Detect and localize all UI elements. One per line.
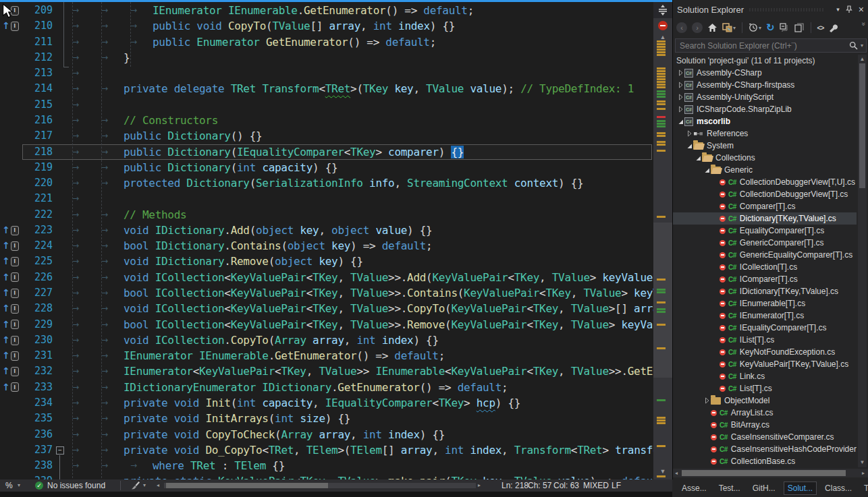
panel-tab-test[interactable]: Test...: [715, 481, 744, 495]
tree-item-references[interactable]: References: [673, 127, 857, 140]
panel-tab-tea[interactable]: Tea...: [860, 481, 868, 495]
tree-item-caseinsensitivehashcodeprovider-cs[interactable]: C#CaseInsensitiveHashCodeProvider.cs: [673, 443, 857, 455]
tree-item-genericequalitycomparer-t-cs[interactable]: C#GenericEqualityComparer[T].cs: [673, 249, 857, 261]
code-line-213[interactable]: 213→: [0, 65, 653, 81]
home-icon[interactable]: [707, 22, 717, 34]
tree-item-comparer-t-cs[interactable]: C#Comparer[T].cs: [673, 200, 857, 212]
panel-tab-class[interactable]: Class...: [821, 481, 856, 495]
implements-margin-icon[interactable]: ↑I: [2, 254, 19, 269]
editor-horizontal-scrollbar[interactable]: [164, 483, 476, 488]
broom-caret-icon[interactable]: ▾: [143, 479, 146, 492]
expander-closed-icon[interactable]: [703, 397, 711, 404]
line-ending-indicator[interactable]: LF: [612, 479, 621, 492]
solution-root-node[interactable]: Solution 'project-gui' (11 of 11 project…: [673, 55, 857, 67]
implements-margin-icon[interactable]: ↑I: [2, 301, 19, 316]
hscroll-thumb[interactable]: [166, 483, 328, 488]
scroll-down-arrow[interactable]: ▼: [653, 468, 672, 475]
char-position[interactable]: Ch: 57: [528, 479, 551, 492]
fold-collapse-button[interactable]: −: [56, 446, 64, 455]
search-options-caret-icon[interactable]: ▾: [861, 42, 863, 49]
tree-item-keynotfoundexception-cs[interactable]: C#KeyNotFoundException.cs: [673, 346, 857, 358]
code-line-229[interactable]: ↑I229→→bool ICollection<KeyValuePair<TKe…: [0, 317, 653, 332]
implements-margin-icon[interactable]: ↑I: [2, 270, 19, 285]
expander-closed-icon[interactable]: [685, 130, 693, 137]
search-box[interactable]: ▾: [675, 38, 867, 53]
expander-closed-icon[interactable]: [676, 69, 684, 76]
tree-item-system[interactable]: System: [673, 140, 857, 152]
tree-horizontal-scrollbar[interactable]: ◂ ▸: [673, 469, 868, 477]
expander-open-icon[interactable]: [685, 143, 693, 149]
search-input[interactable]: [676, 41, 849, 51]
expander-closed-icon[interactable]: [676, 82, 684, 88]
tree-item-icsharpcode-sharpziplib[interactable]: C#ICSharpCode.SharpZipLib: [673, 103, 857, 115]
expander-open-icon[interactable]: [694, 155, 702, 161]
tree-item-iequalitycomparer-t-cs[interactable]: C#IEqualityComparer[T].cs: [673, 322, 857, 334]
code-line-225[interactable]: ↑I225→→void IDictionary.Remove(object ke…: [0, 254, 653, 269]
code-line-234[interactable]: 234→→private void Init(int capacity, IEq…: [0, 395, 653, 411]
tree-item-ilist-t-cs[interactable]: C#IList[T].cs: [673, 334, 857, 346]
collapse-all-button[interactable]: [780, 22, 790, 34]
code-line-238[interactable]: 238→→→where TRet : TElem {}: [0, 458, 653, 473]
tree-item-icollection-t-cs[interactable]: C#ICollection[T].cs: [673, 261, 857, 273]
line-position[interactable]: Ln: 218: [501, 479, 528, 492]
tree-item-collectiondebuggerview-t-u-cs[interactable]: C#CollectionDebuggerView[T,U].cs: [673, 176, 857, 188]
tree-item-mscorlib[interactable]: C#mscorlib: [673, 115, 857, 127]
code-line-220[interactable]: 220→→protected Dictionary(SerializationI…: [0, 175, 653, 191]
tree-item-arraylist-cs[interactable]: C#ArrayList.cs: [673, 407, 857, 419]
scroll-down-arrow[interactable]: ▼: [858, 459, 867, 465]
implements-margin-icon[interactable]: ↑I: [2, 348, 19, 363]
column-position[interactable]: Col: 63: [553, 479, 579, 492]
code-line-233[interactable]: ↑I233→→IDictionaryEnumerator IDictionary…: [0, 380, 653, 395]
show-all-files-button[interactable]: [794, 22, 805, 34]
scroll-up-arrow[interactable]: ▲: [653, 34, 672, 40]
implements-margin-icon[interactable]: ↑I: [2, 332, 19, 348]
tree-item-generic[interactable]: Generic: [673, 164, 857, 176]
view-code-button[interactable]: <>: [817, 22, 824, 34]
refresh-icon[interactable]: ↻: [766, 22, 775, 34]
tree-item-link-cs[interactable]: C#Link.cs: [673, 370, 857, 382]
panel-tab-solut[interactable]: Solut...: [784, 481, 817, 495]
code-line-230[interactable]: ↑I230→→void ICollection.CopyTo(Array arr…: [0, 332, 653, 348]
scroll-right-arrow[interactable]: ▸: [862, 470, 865, 476]
implements-margin-icon[interactable]: ↑I: [2, 18, 19, 34]
zoom-caret-icon[interactable]: ▾: [18, 479, 20, 492]
code-line-209[interactable]: ↑I209→→→IEnumerator IEnumerable.GetEnume…: [0, 3, 653, 18]
scrollbar-thumb[interactable]: [859, 63, 865, 188]
code-line-224[interactable]: ↑I224→→bool IDictionary.Contains(object …: [0, 238, 653, 254]
issues-status[interactable]: No issues found: [47, 479, 105, 492]
cleanup-broom-icon[interactable]: [130, 481, 140, 490]
tree-item-list-t-cs[interactable]: C#List[T].cs: [673, 382, 857, 394]
code-line-216[interactable]: 216→→// Constructors: [0, 113, 653, 128]
tree-item-assembly-csharp-firstpass[interactable]: C#Assembly-CSharp-firstpass: [673, 79, 857, 91]
scroll-left-arrow[interactable]: ◂: [675, 470, 678, 476]
code-line-221[interactable]: 221→: [0, 191, 653, 206]
toolbar-overflow-icon[interactable]: »: [861, 22, 868, 26]
properties-wrench-icon[interactable]: [828, 22, 838, 34]
code-line-239[interactable]: 239→→private static KeyValuePair<TKey, T…: [0, 473, 653, 479]
tree-item-collections[interactable]: Collections: [673, 152, 857, 164]
implements-margin-icon[interactable]: ↑I: [2, 380, 19, 395]
close-icon[interactable]: ×: [859, 4, 864, 15]
expander-open-icon[interactable]: [703, 167, 711, 173]
code-line-235[interactable]: 235→→private void InitArrays(int size) {…: [0, 411, 653, 426]
pin-icon[interactable]: [846, 5, 852, 13]
implements-margin-icon[interactable]: ↑I: [2, 285, 19, 301]
forward-button[interactable]: ›: [692, 22, 703, 33]
zoom-control[interactable]: %: [5, 479, 13, 492]
code-line-232[interactable]: ↑I232→→IEnumerator<KeyValuePair<TKey, TV…: [0, 363, 653, 379]
tree-item-collectionbase-cs[interactable]: C#CollectionBase.cs: [673, 455, 857, 467]
scrollbar-thumb[interactable]: [653, 223, 672, 378]
tree-item-caseinsensitivecomparer-cs[interactable]: C#CaseInsensitiveComparer.cs: [673, 431, 857, 443]
tree-item-collectiondebuggerview-t-cs[interactable]: C#CollectionDebuggerView[T].cs: [673, 188, 857, 200]
hscroll-right-arrow[interactable]: ▸: [478, 479, 481, 492]
code-line-236[interactable]: 236→→private void CopyToCheck(Array arra…: [0, 427, 653, 442]
search-icon[interactable]: [849, 41, 858, 50]
window-position-caret-icon[interactable]: ▾: [836, 6, 840, 13]
expander-closed-icon[interactable]: [676, 106, 684, 113]
code-line-212[interactable]: 212→→}: [0, 50, 653, 65]
tree-item-genericcomparer-t-cs[interactable]: C#GenericComparer[T].cs: [673, 237, 857, 249]
code-line-228[interactable]: ↑I228→→void ICollection<KeyValuePair<TKe…: [0, 301, 653, 316]
tree-item-keyvaluepair-tkey-tvalue-cs[interactable]: C#KeyValuePair[TKey,TValue].cs: [673, 358, 857, 370]
sync-with-active-document-button[interactable]: ▾: [722, 22, 736, 34]
editor-vertical-scrollbar[interactable]: ▲ ▼: [653, 0, 672, 479]
